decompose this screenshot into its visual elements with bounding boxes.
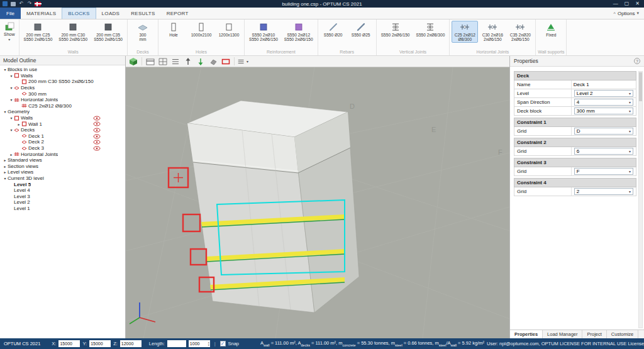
language-flag-icon[interactable] <box>35 1 41 6</box>
options-button[interactable]: ^ Options ▾ <box>614 8 644 19</box>
tree-item-blocks-in-use[interactable]: ▾Blocks in use <box>0 67 125 73</box>
spinner-arrows-icon[interactable]: ▴▾ <box>208 341 210 346</box>
tab-load-manager[interactable]: Load Manager <box>543 330 582 338</box>
tree-item-level-5[interactable]: Level 5 <box>0 181 125 187</box>
tab-customize[interactable]: Customize <box>607 330 638 338</box>
y-input[interactable] <box>89 340 111 347</box>
show-dropdown[interactable]: Show ▾ <box>0 19 19 55</box>
constraint-3-grid-select[interactable]: F▾ <box>574 168 633 175</box>
eraser-icon[interactable] <box>208 57 219 66</box>
ribbon-item-rebar-o20[interactable]: S550 Ø20 <box>320 21 347 38</box>
eye-icon[interactable] <box>93 134 101 139</box>
tab-project[interactable]: Project <box>582 330 606 338</box>
step-input-group[interactable]: ▴▾ <box>189 340 210 347</box>
chevron-down-icon[interactable]: ▾ <box>3 109 8 114</box>
tab-file[interactable]: File <box>0 8 21 19</box>
ribbon-item-hole[interactable]: Hole <box>160 21 187 38</box>
ribbon-item-vjoint-2x8[interactable]: S550 2xØ8/300 <box>413 21 447 38</box>
chevron-down-icon[interactable]: ▾ <box>9 74 14 78</box>
minimize-button[interactable]: — <box>613 1 618 7</box>
close-button[interactable]: ✕ <box>635 1 640 7</box>
plan-view-icon[interactable] <box>145 57 156 66</box>
ribbon-item-hjoint-c25[interactable]: C25 2xØ12 Ø8/300 <box>452 21 478 43</box>
constraint-1-grid-select[interactable]: D▾ <box>574 128 633 135</box>
ribbon-item-reinf-2x12[interactable]: S550 2xØ12 S550 2xØ6/150 <box>282 21 316 43</box>
ribbon-item-wall-c25[interactable]: 200 mm C25 S550 2xØ6/150 <box>21 21 55 43</box>
chevron-down-icon[interactable]: ▾ <box>3 176 8 180</box>
scrollbar[interactable] <box>638 71 643 328</box>
tree-item-geometry-decks[interactable]: ▾Decks <box>0 127 125 133</box>
tree-item-geometry[interactable]: ▾Geometry <box>0 109 125 115</box>
ribbon-item-reinf-2x10[interactable]: S550 2xØ10 S550 2xØ6/150 <box>247 21 280 43</box>
ribbon-item-support-fixed[interactable]: Fixed <box>538 21 564 38</box>
eye-icon[interactable] <box>93 128 101 133</box>
help-icon[interactable]: ? <box>634 58 640 64</box>
tree-item-geometry-hjoints[interactable]: ▸Horizontal Joints <box>0 151 125 157</box>
redo-icon[interactable]: ↷ <box>26 1 33 6</box>
ribbon-item-rebar-o25[interactable]: S550 Ø25 <box>348 21 374 38</box>
chevron-right-icon[interactable]: ▸ <box>3 170 8 174</box>
tree-item-decks[interactable]: ▾Decks <box>0 85 125 91</box>
tab-results[interactable]: RESULTS <box>125 8 160 19</box>
eye-icon[interactable] <box>93 116 101 121</box>
tree-item-level-views[interactable]: ▸Level views <box>0 169 125 175</box>
snap-checkbox[interactable]: ✓ <box>220 341 226 346</box>
eye-icon[interactable] <box>93 121 101 126</box>
viewport-canvas[interactable]: D E F <box>126 67 509 338</box>
tree-item-section-views[interactable]: ▸Section views <box>0 163 125 170</box>
span-direction-select[interactable]: 4▾ <box>574 99 633 106</box>
tab-materials[interactable]: MATERIALS <box>21 8 62 19</box>
ribbon-item-hole-1200x1300[interactable]: 1200x1300 <box>216 21 242 38</box>
eye-icon[interactable] <box>93 140 101 145</box>
grid-icon[interactable] <box>157 57 169 66</box>
tree-item-level-2[interactable]: Level 2 <box>0 199 125 206</box>
view-cube-icon[interactable] <box>128 57 139 66</box>
eye-icon[interactable] <box>93 146 101 151</box>
tree-item-current-3d-level[interactable]: ▾Current 3D level <box>0 175 125 182</box>
tree-item-level-3[interactable]: Level 3 <box>0 193 125 199</box>
chevron-down-icon[interactable]: ▾ <box>3 67 8 72</box>
length-input[interactable] <box>167 340 186 347</box>
tree-item-geometry-walls[interactable]: ▾Walls <box>0 115 125 121</box>
tree-item-horizontal-joints[interactable]: ▾Horizontal Joints <box>0 97 125 103</box>
tree-item-wall-block[interactable]: 200 mm C30 S550 2xØ6/150 <box>0 79 125 85</box>
move-down-icon[interactable] <box>195 57 206 66</box>
tree-item-deck-block[interactable]: 300 mm <box>0 91 125 97</box>
tree-item-deck-2[interactable]: Deck 2 <box>0 139 125 145</box>
layer-list-icon[interactable] <box>170 57 181 66</box>
chevron-down-icon[interactable]: ▾ <box>9 97 14 102</box>
save-icon[interactable] <box>10 1 16 6</box>
step-input[interactable] <box>189 340 208 347</box>
tree-item-hjoint-block[interactable]: C25 2xØ12 Ø8/300 <box>0 103 125 109</box>
tree-item-deck-1[interactable]: Deck 1 <box>0 133 125 140</box>
ribbon-item-hole-1000x2100[interactable]: 1000x2100 <box>188 21 214 38</box>
chevron-down-icon[interactable]: ▾ <box>9 86 14 90</box>
move-up-icon[interactable] <box>182 57 194 66</box>
tree-item-deck-3[interactable]: Deck 3 <box>0 145 125 152</box>
chevron-right-icon[interactable]: ▸ <box>9 152 14 157</box>
deck-block-select[interactable]: 300 mm▾ <box>574 108 633 114</box>
constraint-2-grid-select[interactable]: 6▾ <box>574 148 633 155</box>
chevron-right-icon[interactable]: ▸ <box>3 164 8 169</box>
chevron-down-icon[interactable]: ▾ <box>9 116 14 120</box>
tab-report[interactable]: REPORT <box>161 8 194 19</box>
ribbon-item-vjoint-2x6[interactable]: S550 2xØ6/150 <box>379 21 413 38</box>
3d-viewport[interactable]: ▾ D E F <box>126 56 509 338</box>
display-options-icon[interactable]: ▾ <box>237 57 248 66</box>
tree-item-wall-1[interactable]: ▸Wall 1 <box>0 121 125 127</box>
chevron-right-icon[interactable]: ▸ <box>16 122 21 126</box>
ribbon-item-deck-300[interactable]: 300 mm <box>130 21 156 43</box>
level-select[interactable]: Level 2▾ <box>574 90 633 97</box>
tab-properties[interactable]: Properties <box>510 330 543 338</box>
constraint-4-grid-select[interactable]: 2▾ <box>574 188 633 195</box>
tab-blocks[interactable]: BLOCKS <box>62 8 96 19</box>
tab-loads[interactable]: LOADS <box>96 8 126 19</box>
tree-item-level-1[interactable]: Level 1 <box>0 206 125 212</box>
name-field[interactable]: Deck 1 <box>574 82 589 87</box>
scene-area[interactable]: D E F <box>126 67 509 338</box>
ribbon-item-wall-c30[interactable]: 200 mm C30 S550 2xØ6/150 <box>56 21 90 43</box>
x-input[interactable] <box>58 340 80 347</box>
ribbon-item-hjoint-c35[interactable]: C35 2xØ20 2xØ6/150 <box>507 21 533 43</box>
selection-rectangle-icon[interactable] <box>220 57 231 66</box>
scrollbar-thumb[interactable] <box>639 72 642 101</box>
